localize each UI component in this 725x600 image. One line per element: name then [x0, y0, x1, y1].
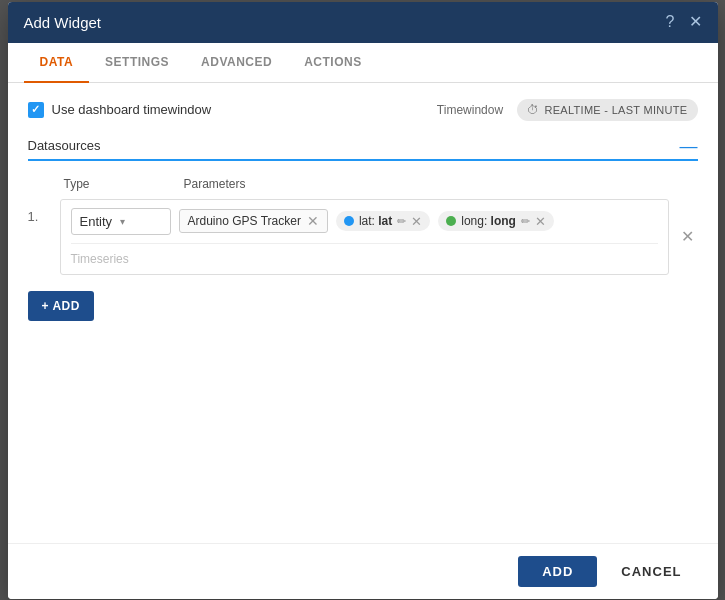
- add-datasource-button[interactable]: + ADD: [28, 291, 94, 321]
- series-remove-long-icon[interactable]: ✕: [535, 215, 546, 228]
- timeseries-placeholder: Timeseries: [71, 252, 658, 266]
- timewindow-badge: Timewindow ⏱ REALTIME - LAST MINUTE: [437, 99, 698, 121]
- entity-label: Entity: [80, 214, 113, 229]
- timewindow-value: REALTIME - LAST MINUTE: [544, 104, 687, 116]
- series-badge-lat: lat: lat ✏ ✕: [336, 211, 430, 231]
- tab-actions[interactable]: ACTIONS: [288, 43, 378, 83]
- entity-select[interactable]: Entity ▾: [71, 208, 171, 235]
- timeseries-row: Timeseries: [71, 243, 658, 266]
- use-dashboard-timewindow-label[interactable]: Use dashboard timewindow: [28, 102, 212, 118]
- row-main: Entity ▾ Arduino GPS Tracker ✕ lat: lat …: [71, 208, 658, 235]
- chip-close-icon[interactable]: ✕: [307, 214, 319, 228]
- row-delete-icon[interactable]: ✕: [677, 223, 698, 250]
- tabs-bar: DATA SETTINGS ADVANCED ACTIONS: [8, 43, 718, 83]
- series-edit-long-icon[interactable]: ✏: [521, 215, 530, 228]
- header-icons: ? ✕: [666, 14, 702, 30]
- use-dashboard-timewindow-checkbox[interactable]: [28, 102, 44, 118]
- add-datasource-label: + ADD: [42, 299, 80, 313]
- row-card: Entity ▾ Arduino GPS Tracker ✕ lat: lat …: [60, 199, 669, 275]
- tab-data[interactable]: DATA: [24, 43, 90, 83]
- series-key-lat: lat: lat: [359, 214, 392, 228]
- cancel-button[interactable]: CANCEL: [605, 556, 697, 587]
- datasources-header: Datasources —: [28, 137, 698, 161]
- datasources-label: Datasources: [28, 138, 101, 153]
- series-dot-green: [446, 216, 456, 226]
- collapse-datasources-icon[interactable]: —: [680, 137, 698, 155]
- col-params-header: Parameters: [184, 177, 690, 191]
- timewindow-label: Timewindow: [437, 103, 503, 117]
- close-icon[interactable]: ✕: [689, 14, 702, 30]
- device-name: Arduino GPS Tracker: [188, 214, 301, 228]
- add-widget-dialog: Add Widget ? ✕ DATA SETTINGS ADVANCED AC…: [8, 2, 718, 599]
- timewindow-row: Use dashboard timewindow Timewindow ⏱ RE…: [28, 99, 698, 121]
- dialog-body: Use dashboard timewindow Timewindow ⏱ RE…: [8, 83, 718, 543]
- use-dashboard-timewindow-text: Use dashboard timewindow: [52, 102, 212, 117]
- col-type-header: Type: [64, 177, 184, 191]
- series-badge-long: long: long ✏ ✕: [438, 211, 554, 231]
- series-edit-lat-icon[interactable]: ✏: [397, 215, 406, 228]
- tab-settings[interactable]: SETTINGS: [89, 43, 185, 83]
- dialog-header: Add Widget ? ✕: [8, 2, 718, 43]
- dialog-footer: ADD CANCEL: [8, 543, 718, 599]
- timewindow-pill[interactable]: ⏱ REALTIME - LAST MINUTE: [517, 99, 697, 121]
- series-remove-lat-icon[interactable]: ✕: [411, 215, 422, 228]
- tab-advanced[interactable]: ADVANCED: [185, 43, 288, 83]
- series-dot-blue: [344, 216, 354, 226]
- clock-icon: ⏱: [527, 103, 539, 117]
- data-row-1: 1. Entity ▾ Arduino GPS Tracker ✕: [28, 199, 698, 275]
- row-number: 1.: [28, 199, 52, 224]
- device-chip: Arduino GPS Tracker ✕: [179, 209, 328, 233]
- help-icon[interactable]: ?: [666, 14, 675, 30]
- series-key-long: long: long: [461, 214, 516, 228]
- table-header: Type Parameters: [28, 173, 698, 195]
- add-widget-button[interactable]: ADD: [518, 556, 597, 587]
- dialog-title: Add Widget: [24, 14, 102, 31]
- chevron-down-icon: ▾: [120, 216, 125, 227]
